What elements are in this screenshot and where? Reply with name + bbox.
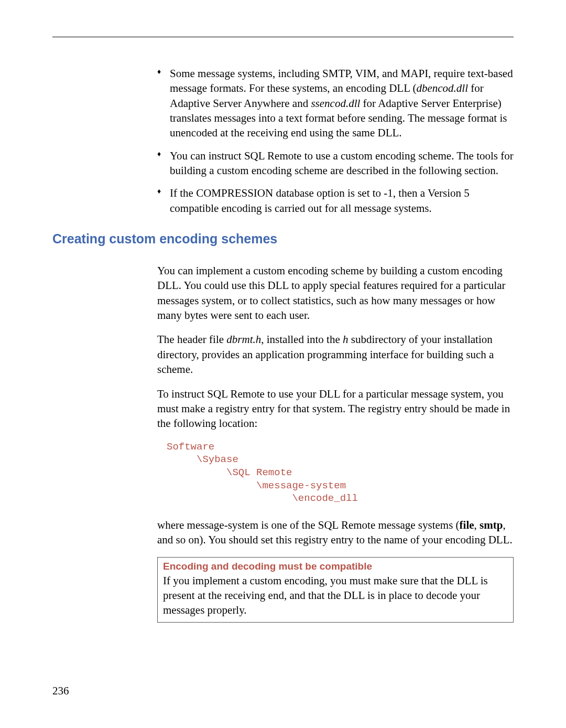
paragraph-3: To instruct SQL Remote to use your DLL f…	[157, 387, 514, 431]
code-block: Software \Sybase \SQL Remote \message-sy…	[167, 441, 514, 505]
diamond-icon: ♦	[157, 149, 161, 159]
section-heading: Creating custom encoding schemes	[52, 231, 514, 247]
paragraph-2: The header file dbrmt.h, installed into …	[157, 332, 514, 377]
bullet-1-text: Some message systems, including SMTP, VI…	[170, 67, 513, 139]
bullet-item-1: ♦ Some message systems, including SMTP, …	[157, 66, 514, 141]
filename-italic: dbrmt.h	[226, 333, 261, 346]
text-fragment: ,	[474, 519, 480, 531]
page-number: 236	[52, 684, 69, 698]
bullet-2-text: You can instruct SQL Remote to use a cus…	[170, 149, 514, 177]
bold-term: file	[460, 519, 474, 531]
note-body: If you implement a custom encoding, you …	[163, 573, 508, 618]
bullet-section: ♦ Some message systems, including SMTP, …	[157, 66, 514, 216]
diamond-icon: ♦	[157, 187, 161, 197]
bold-term: smtp	[480, 519, 503, 531]
note-box: Encoding and decoding must be compatible…	[157, 557, 514, 623]
filename-italic: dbencod.dll	[416, 82, 468, 94]
note-title: Encoding and decoding must be compatible	[163, 561, 508, 572]
text-fragment: where message-system is one of the SQL R…	[157, 519, 460, 531]
bullet-item-2: ♦ You can instruct SQL Remote to use a c…	[157, 148, 514, 178]
bullet-list: ♦ Some message systems, including SMTP, …	[157, 66, 514, 216]
bullet-3-text: If the COMPRESSION database option is se…	[170, 187, 470, 214]
text-fragment: The header file	[157, 333, 226, 346]
bullet-item-3: ♦ If the COMPRESSION database option is …	[157, 186, 514, 216]
paragraph-4: where message-system is one of the SQL R…	[157, 518, 514, 548]
page-container: ♦ Some message systems, including SMTP, …	[0, 0, 566, 623]
header-rule	[52, 37, 514, 37]
text-fragment: , installed into the	[261, 333, 343, 346]
paragraph-1: You can implement a custom encoding sche…	[157, 263, 514, 323]
diamond-icon: ♦	[157, 67, 161, 77]
dirname-italic: h	[343, 333, 349, 346]
filename-italic: ssencod.dll	[311, 97, 360, 110]
